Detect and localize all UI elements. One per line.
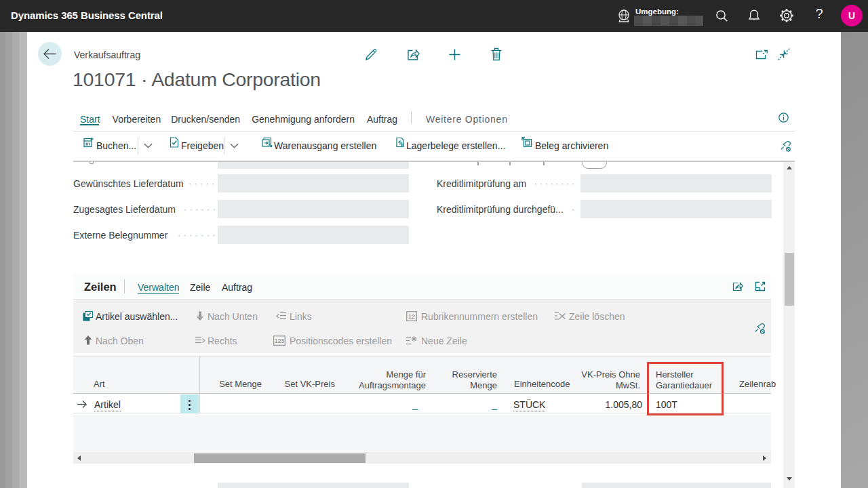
svg-text:123: 123 <box>275 338 284 344</box>
svg-text:12: 12 <box>408 313 415 320</box>
